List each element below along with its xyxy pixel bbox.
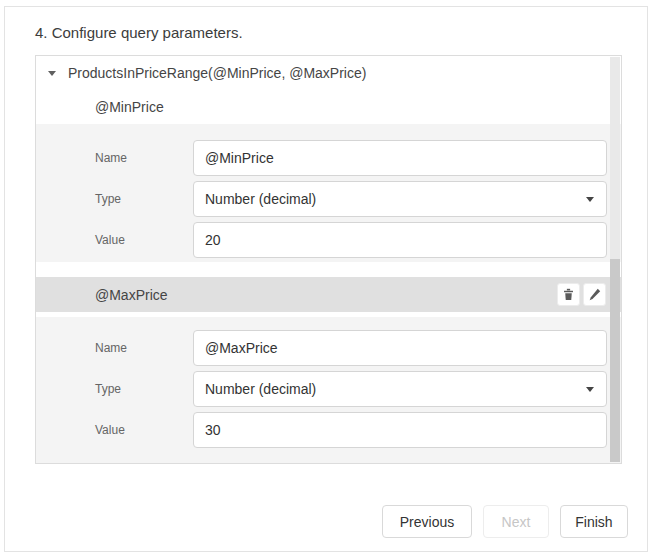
parameter-header-minprice[interactable]: @MinPrice	[36, 90, 621, 124]
stored-procedure-header[interactable]: ProductsInPriceRange(@MinPrice, @MaxPric…	[36, 56, 621, 90]
value-row: Value	[36, 412, 621, 448]
section-divider	[36, 262, 621, 277]
minprice-type-value: Number (decimal)	[205, 191, 316, 207]
type-row: Type Number (decimal)	[36, 371, 621, 407]
type-row: Type Number (decimal)	[36, 181, 621, 217]
parameter-form-minprice: Name Type Number (decimal) Value	[36, 124, 621, 262]
maxprice-value-input[interactable]	[193, 412, 607, 448]
scrollbar-thumb[interactable]	[610, 259, 620, 462]
finish-button[interactable]: Finish	[560, 505, 628, 538]
edit-parameter-button[interactable]	[583, 283, 606, 306]
maxprice-type-value: Number (decimal)	[205, 381, 316, 397]
chevron-down-icon	[586, 197, 594, 202]
step-title: 4. Configure query parameters.	[35, 24, 243, 41]
wizard-card: 4. Configure query parameters. ProductsI…	[4, 6, 648, 552]
pencil-icon	[588, 288, 601, 301]
name-label: Name	[95, 151, 193, 165]
value-label: Value	[95, 233, 193, 247]
name-row: Name	[36, 140, 621, 176]
minprice-name-input[interactable]	[193, 140, 607, 176]
scrollbar[interactable]	[610, 57, 620, 462]
previous-button[interactable]: Previous	[382, 505, 472, 538]
query-parameters-panel: ProductsInPriceRange(@MinPrice, @MaxPric…	[35, 55, 622, 464]
parameter-form-maxprice: Name Type Number (decimal) Value	[36, 317, 621, 463]
maxprice-type-select[interactable]: Number (decimal)	[193, 371, 607, 407]
expander-icon[interactable]	[48, 71, 56, 76]
maxprice-name-input[interactable]	[193, 330, 607, 366]
value-row: Value	[36, 222, 621, 258]
delete-parameter-button[interactable]	[557, 283, 580, 306]
parameter-row-maxprice[interactable]: @MaxPrice	[36, 277, 621, 312]
name-label: Name	[95, 341, 193, 355]
chevron-down-icon	[586, 387, 594, 392]
type-label: Type	[95, 192, 193, 206]
minprice-type-select[interactable]: Number (decimal)	[193, 181, 607, 217]
row-actions	[557, 283, 606, 306]
trash-icon	[562, 288, 575, 301]
next-button[interactable]: Next	[483, 505, 549, 538]
wizard-footer: Previous Next Finish	[382, 505, 628, 538]
minprice-value-input[interactable]	[193, 222, 607, 258]
value-label: Value	[95, 423, 193, 437]
parameter-header-maxprice: @MaxPrice	[95, 287, 168, 303]
stored-procedure-label: ProductsInPriceRange(@MinPrice, @MaxPric…	[68, 65, 366, 81]
type-label: Type	[95, 382, 193, 396]
name-row: Name	[36, 330, 621, 366]
